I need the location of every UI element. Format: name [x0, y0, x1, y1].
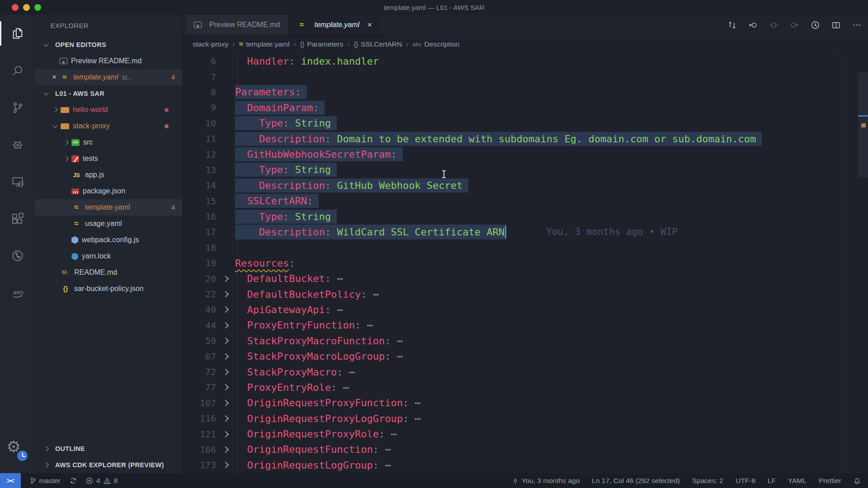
- code-line[interactable]: 12 GitHubWebhookSecretParam:: [183, 146, 868, 162]
- tree-item-src[interactable]: </>src: [35, 134, 182, 150]
- tree-item-template-yaml[interactable]: ≈template.yaml4: [35, 199, 182, 216]
- breadcrumb-item[interactable]: abcDescription: [413, 40, 460, 49]
- code-line[interactable]: 22 DefaultBucketPolicy: ⋯: [183, 286, 868, 302]
- aws-icon[interactable]: aws: [0, 274, 35, 311]
- code-line[interactable]: 40 ApiGatewayApi: ⋯: [183, 302, 868, 317]
- git-commit-info[interactable]: You, 3 months ago: [512, 473, 580, 488]
- code-line[interactable]: 77 ProxyEntryRole: ⋯: [183, 380, 868, 395]
- tree-item-tests[interactable]: tests: [35, 150, 182, 167]
- minimize-window-button[interactable]: [23, 4, 30, 11]
- close-window-button[interactable]: [12, 4, 19, 11]
- formatter[interactable]: Prettier: [819, 473, 841, 488]
- fold-chevron-icon[interactable]: [222, 338, 229, 344]
- file-history-icon[interactable]: [811, 20, 820, 30]
- language-mode[interactable]: YAML: [788, 473, 807, 488]
- fold-chevron-icon[interactable]: [222, 306, 229, 313]
- cursor-position[interactable]: Ln 17, Col 46 (292 selected): [592, 473, 680, 488]
- code-line[interactable]: 166 OriginRequestFunction: ⋯: [183, 442, 868, 457]
- tree-item-stack-proxy[interactable]: stack-proxy: [35, 118, 182, 134]
- fold-chevron-icon[interactable]: [222, 322, 229, 328]
- mouse-cursor: [441, 170, 447, 179]
- open-editor-template-yaml[interactable]: ×≈template.yamlst...4: [35, 69, 182, 85]
- eol[interactable]: LF: [768, 473, 776, 488]
- section-header-outline[interactable]: OUTLINE: [35, 441, 182, 457]
- code-line[interactable]: 121 OriginRequestProxyRole: ⋯: [183, 426, 868, 441]
- zoom-window-button[interactable]: [34, 4, 41, 11]
- code-line[interactable]: 107 OriginRequestProxyFunction: ⋯: [183, 395, 868, 411]
- tree-item-package-json[interactable]: package.json: [35, 183, 182, 199]
- tree-item-usage-yaml[interactable]: ≈usage.yaml: [35, 216, 182, 232]
- debug-icon[interactable]: [0, 126, 35, 163]
- code-line[interactable]: 14 Description: GitHub Webhook Secret: [183, 178, 868, 193]
- problems-item[interactable]: 48: [86, 473, 118, 488]
- remote-explorer-icon[interactable]: [0, 163, 35, 200]
- code-line[interactable]: 16 Type: String: [183, 209, 868, 224]
- code-line[interactable]: 10 Type: String: [183, 116, 868, 131]
- fold-chevron-icon[interactable]: [222, 400, 229, 406]
- extensions-icon[interactable]: [0, 200, 35, 237]
- code-line[interactable]: 11 Description: Domain to be extended wi…: [183, 131, 868, 146]
- code-line[interactable]: 6 Handler: index.handler: [183, 53, 868, 69]
- fold-chevron-icon[interactable]: [222, 291, 229, 297]
- remote-indicator[interactable]: ><: [0, 473, 21, 488]
- explorer-icon[interactable]: [0, 15, 35, 52]
- sync-button[interactable]: [70, 473, 77, 488]
- md-icon: M↓: [61, 268, 71, 277]
- code-line[interactable]: 17 Description: WildCard SSL Certificate…: [183, 224, 868, 239]
- encoding[interactable]: UTF-8: [736, 473, 755, 488]
- code-line[interactable]: 13 Type: String: [183, 162, 868, 178]
- fold-chevron-icon[interactable]: [222, 369, 229, 375]
- fold-chevron-icon[interactable]: [222, 462, 229, 468]
- tree-item-sar-bucket-policy[interactable]: {}sar-bucket-policy.json: [35, 281, 182, 297]
- section-header-workspace[interactable]: L01 - AWS SAR: [35, 85, 182, 102]
- fold-chevron-icon[interactable]: [222, 446, 229, 453]
- close-icon[interactable]: ×: [49, 73, 60, 82]
- code-line[interactable]: 19Resources:: [183, 255, 868, 271]
- code-line[interactable]: 72 StackProxyMacro: ⋯: [183, 364, 868, 380]
- clock-badge-icon[interactable]: [16, 450, 28, 462]
- code-line[interactable]: 18: [183, 240, 868, 255]
- code-line[interactable]: 59 StackProxyMacroFunction: ⋯: [183, 333, 868, 348]
- git-branch-item[interactable]: master: [30, 473, 61, 488]
- split-editor-icon[interactable]: [831, 20, 841, 30]
- tab-template-yaml[interactable]: ≈ template.yaml ×: [288, 15, 381, 35]
- open-changes-icon[interactable]: [727, 20, 737, 30]
- previous-change-icon[interactable]: [748, 20, 758, 30]
- breadcrumb-item[interactable]: {}SSLCertARN: [354, 40, 402, 49]
- fold-chevron-icon[interactable]: [222, 384, 229, 390]
- code-line[interactable]: 7: [183, 69, 868, 84]
- tree-item-yarn-lock[interactable]: yarn.lock: [35, 248, 182, 264]
- section-header-aws-cdk-explorer[interactable]: AWS CDK EXPLORER (PREVIEW): [35, 457, 182, 473]
- breadcrumb-item[interactable]: ≈template.yaml: [239, 40, 290, 49]
- code-line[interactable]: 173 OriginRequestLogGroup: ⋯: [183, 457, 868, 473]
- code-line[interactable]: 44 ProxyEntryFunction: ⋯: [183, 318, 868, 333]
- tree-item-readme-md[interactable]: M↓README.md: [35, 264, 182, 281]
- fold-chevron-icon[interactable]: [222, 415, 229, 422]
- code-line[interactable]: 8Parameters:: [183, 84, 868, 100]
- code-line[interactable]: 15 SSLCertARN:: [183, 193, 868, 209]
- gitlens-icon[interactable]: [0, 237, 35, 274]
- code-line[interactable]: 9 DomainParam:: [183, 100, 868, 115]
- code-line[interactable]: 20 DefaultBucket: ⋯: [183, 271, 868, 286]
- more-actions-icon[interactable]: [852, 20, 862, 30]
- tree-item-hello-world[interactable]: hello-world: [35, 102, 182, 118]
- fold-chevron-icon[interactable]: [222, 353, 229, 360]
- code-line[interactable]: 67 StackProxyMacroLogGroup: ⋯: [183, 348, 868, 364]
- breadcrumb-item[interactable]: stack-proxy: [193, 40, 228, 48]
- code-editor[interactable]: 6 Handler: index.handler78Parameters:9 D…: [183, 53, 868, 473]
- close-icon[interactable]: ×: [367, 20, 372, 30]
- braces-icon: {}: [354, 40, 358, 49]
- tree-item-app-js[interactable]: JSapp.js: [35, 167, 182, 183]
- breadcrumb-item[interactable]: {}Parameters: [300, 40, 343, 49]
- tree-item-webpack-config[interactable]: webpack.config.js: [35, 232, 182, 248]
- search-icon[interactable]: [0, 52, 35, 89]
- source-control-icon[interactable]: [0, 89, 35, 126]
- indentation[interactable]: Spaces: 2: [692, 473, 723, 488]
- fold-chevron-icon[interactable]: [222, 431, 229, 437]
- notifications-bell[interactable]: [854, 473, 861, 488]
- section-header-open-editors[interactable]: OPEN EDITORS: [35, 37, 182, 53]
- fold-chevron-icon[interactable]: [222, 276, 229, 282]
- code-line[interactable]: 116 OriginRequestProxyLogGroup: ⋯: [183, 411, 868, 426]
- open-editor-preview-readme[interactable]: Preview README.md: [35, 53, 182, 69]
- tab-preview-readme[interactable]: Preview README.md: [186, 15, 288, 35]
